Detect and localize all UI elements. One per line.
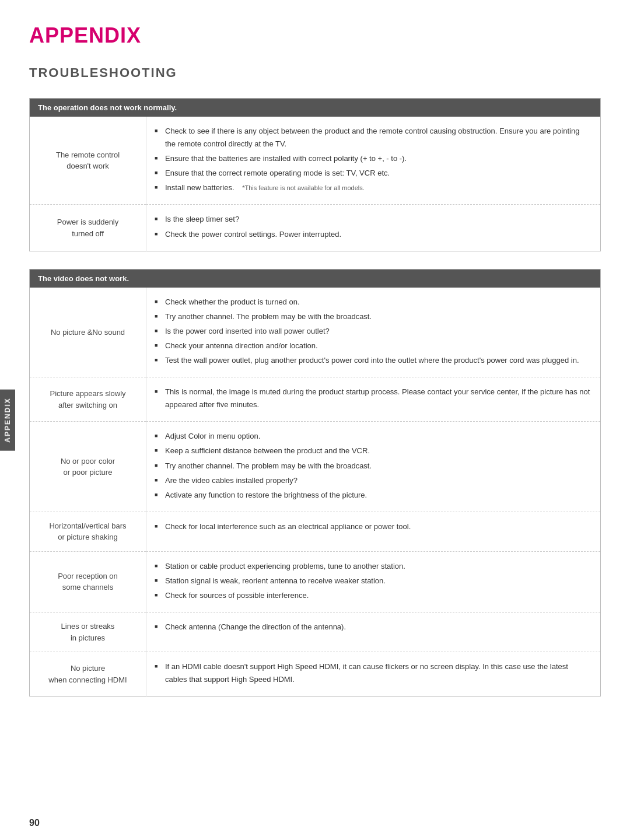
table-operation: The operation does not work normally. Th… — [29, 98, 601, 251]
list-item: Are the video cables installed properly? — [155, 474, 592, 487]
table2-header: The video does not work. — [30, 269, 601, 288]
table-row-problem: Picture appears slowlyafter switching on — [30, 377, 146, 422]
footnote: *This feature is not available for all m… — [242, 184, 365, 191]
table-row-problem: The remote controldoesn't work — [30, 117, 146, 205]
table-row-solution: Check for local interference such as an … — [146, 512, 601, 551]
list-item: Try another channel. The problem may be … — [155, 460, 592, 473]
side-tab: APPENDIX — [0, 389, 15, 450]
list-item: Check the power control settings. Power … — [155, 228, 592, 241]
list-item: Ensure that the batteries are installed … — [155, 152, 592, 165]
list-item: Check to see if there is any object betw… — [155, 125, 592, 150]
list-item: Install new batteries. *This feature is … — [155, 181, 592, 194]
list-item: Check antenna (Change the direction of t… — [155, 621, 592, 634]
list-item: This is normal, the image is muted durin… — [155, 386, 592, 411]
table-row-solution: If an HDMI cable doesn't support High Sp… — [146, 652, 601, 696]
list-item: Station or cable product experiencing pr… — [155, 560, 592, 573]
list-item: Try another channel. The problem may be … — [155, 310, 592, 323]
table-row-problem: No picturewhen connecting HDMI — [30, 652, 146, 696]
table-row-solution: Check whether the product is turned on.T… — [146, 288, 601, 377]
page-title: APPENDIX — [29, 23, 601, 48]
list-item: Ensure that the correct remote operating… — [155, 167, 592, 180]
list-item: Is the sleep timer set? — [155, 213, 592, 226]
section-title: TROUBLESHOOTING — [29, 65, 601, 80]
table-row-solution: Is the sleep timer set?Check the power c… — [146, 205, 601, 251]
list-item: Test the wall power outlet, plug another… — [155, 354, 592, 367]
list-item: Check for local interference such as an … — [155, 520, 592, 533]
table-row-solution: Station or cable product experiencing pr… — [146, 551, 601, 612]
list-item: Is the power cord inserted into wall pow… — [155, 325, 592, 338]
table1-header: The operation does not work normally. — [30, 99, 601, 117]
table-row-problem: Horizontal/vertical barsor picture shaki… — [30, 512, 146, 551]
list-item: Check your antenna direction and/or loca… — [155, 340, 592, 352]
table-row-problem: Lines or streaksin pictures — [30, 612, 146, 652]
table-row-solution: Check antenna (Change the direction of t… — [146, 612, 601, 652]
list-item: Station signal is weak, reorient antenna… — [155, 575, 592, 587]
table-row-problem: Poor reception onsome channels — [30, 551, 146, 612]
list-item: If an HDMI cable doesn't support High Sp… — [155, 660, 592, 686]
table-video: The video does not work. No picture &No … — [29, 269, 601, 697]
table-row-solution: This is normal, the image is muted durin… — [146, 377, 601, 422]
table-row-problem: Power is suddenlyturned off — [30, 205, 146, 251]
table-row-problem: No or poor coloror poor picture — [30, 422, 146, 512]
table-row-solution: Check to see if there is any object betw… — [146, 117, 601, 205]
list-item: Check for sources of possible interferen… — [155, 589, 592, 602]
list-item: Activate any function to restore the bri… — [155, 489, 592, 502]
list-item: Keep a sufficient distance between the p… — [155, 444, 592, 457]
list-item: Adjust Color in menu option. — [155, 430, 592, 443]
table-row-problem: No picture &No sound — [30, 288, 146, 377]
list-item: Check whether the product is turned on. — [155, 296, 592, 309]
table-row-solution: Adjust Color in menu option.Keep a suffi… — [146, 422, 601, 512]
